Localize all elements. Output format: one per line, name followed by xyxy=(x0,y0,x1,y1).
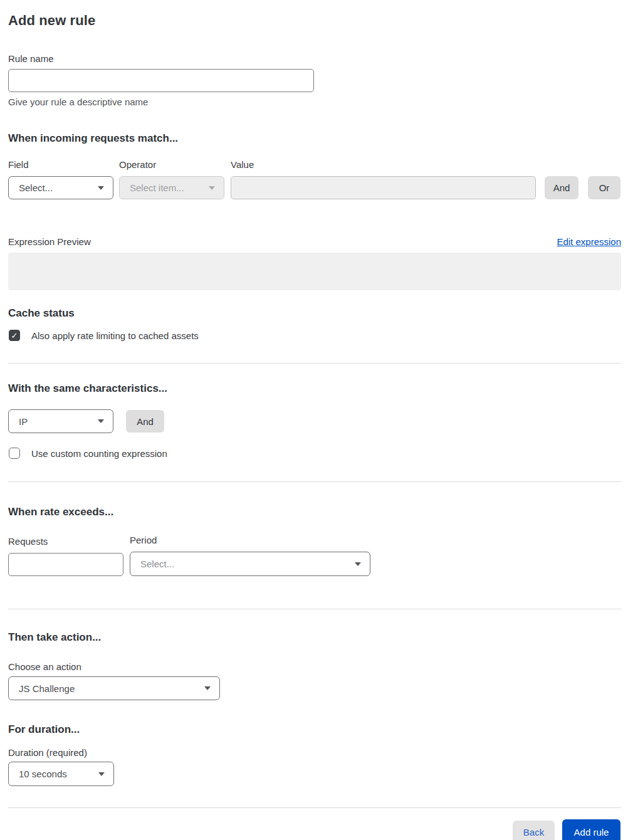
period-select[interactable]: Select... xyxy=(130,552,370,576)
match-section-heading: When incoming requests match... xyxy=(8,132,621,145)
footer-divider xyxy=(8,807,621,808)
action-heading: Then take action... xyxy=(8,631,621,644)
rule-name-input[interactable] xyxy=(8,69,314,92)
and-condition-button[interactable]: And xyxy=(545,176,578,199)
chevron-down-icon xyxy=(209,186,215,190)
custom-counting-checkbox[interactable] xyxy=(9,448,20,459)
rate-row: Requests Period Select... xyxy=(8,535,621,576)
section-divider xyxy=(8,481,621,482)
characteristic-select[interactable]: IP xyxy=(8,409,113,433)
expression-preview-header: Expression Preview Edit expression xyxy=(8,236,621,247)
expression-preview-box xyxy=(8,253,621,290)
add-characteristic-button[interactable]: And xyxy=(126,410,164,433)
page-title: Add new rule xyxy=(8,13,621,29)
edit-expression-link[interactable]: Edit expression xyxy=(557,236,621,247)
duration-select[interactable]: 10 seconds xyxy=(8,762,114,786)
characteristics-heading: With the same characteristics... xyxy=(8,382,621,395)
chevron-down-icon xyxy=(204,686,211,690)
action-select-value: JS Challenge xyxy=(19,683,75,694)
footer-actions: Back Add rule xyxy=(8,819,621,840)
period-label: Period xyxy=(130,535,370,545)
custom-counting-checkbox-label: Use custom counting expression xyxy=(31,448,167,459)
add-rule-button[interactable]: Add rule xyxy=(562,819,620,840)
characteristic-select-value: IP xyxy=(19,416,28,427)
operator-select-value: Select item... xyxy=(130,182,184,193)
choose-action-label: Choose an action xyxy=(8,661,621,672)
match-builder-row: Field Select... Operator Select item... … xyxy=(8,159,621,199)
duration-select-value: 10 seconds xyxy=(19,769,67,779)
or-condition-button[interactable]: Or xyxy=(588,176,620,199)
cache-status-heading: Cache status xyxy=(8,307,621,320)
add-rule-form: Add new rule Rule name Give your rule a … xyxy=(0,0,628,840)
back-button[interactable]: Back xyxy=(513,821,555,840)
chevron-down-icon xyxy=(98,186,104,190)
section-divider xyxy=(8,363,621,364)
rate-heading: When rate exceeds... xyxy=(8,506,621,518)
duration-label: Duration (required) xyxy=(8,747,621,758)
section-divider xyxy=(8,609,621,609)
rule-name-label: Rule name xyxy=(8,53,621,64)
cached-assets-checkbox[interactable]: ✓ xyxy=(9,330,20,341)
counting-expression-row: Use custom counting expression xyxy=(8,448,621,459)
chevron-down-icon xyxy=(98,419,104,423)
action-select[interactable]: JS Challenge xyxy=(8,676,220,700)
value-label: Value xyxy=(231,159,536,170)
field-select[interactable]: Select... xyxy=(8,176,113,199)
chevron-down-icon xyxy=(98,772,105,776)
characteristics-row: IP And xyxy=(8,409,621,433)
operator-select: Select item... xyxy=(119,176,224,199)
requests-input[interactable] xyxy=(8,553,123,576)
chevron-down-icon xyxy=(355,562,361,566)
field-select-value: Select... xyxy=(19,182,53,193)
expression-preview-label: Expression Preview xyxy=(8,236,91,247)
period-select-value: Select... xyxy=(140,559,174,569)
duration-heading: For duration... xyxy=(8,723,621,736)
requests-label: Requests xyxy=(8,536,123,547)
cache-checkbox-row: ✓ Also apply rate limiting to cached ass… xyxy=(8,330,621,341)
field-label: Field xyxy=(8,159,113,170)
operator-label: Operator xyxy=(119,159,224,170)
cached-assets-checkbox-label: Also apply rate limiting to cached asset… xyxy=(31,330,199,341)
rule-name-helper: Give your rule a descriptive name xyxy=(8,97,621,107)
value-input xyxy=(231,176,536,199)
